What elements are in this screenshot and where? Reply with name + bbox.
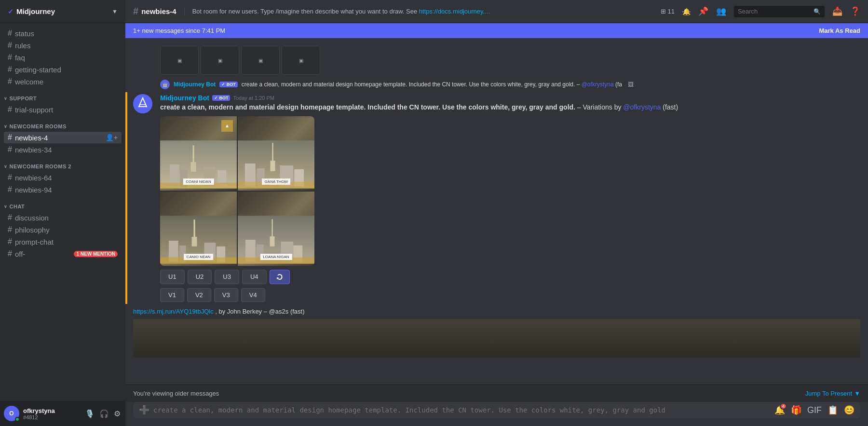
bot-mini-avatar: 🤖 <box>160 80 170 89</box>
username: ofkrystyna <box>23 407 80 414</box>
sidebar-item-newbies-4[interactable]: # newbies-4 👤+ <box>4 132 122 143</box>
search-bar[interactable]: 🔍 <box>734 6 825 17</box>
sidebar-item-rules[interactable]: # rules <box>4 40 122 51</box>
sidebar-item-discussion[interactable]: # discussion <box>4 212 122 223</box>
gif-icon[interactable]: GIF <box>807 405 822 415</box>
hash-icon: # <box>8 65 12 74</box>
settings-icon[interactable]: ⚙ <box>113 408 122 419</box>
channel-label: prompt-chat <box>15 238 54 246</box>
sidebar-item-prompt-chat[interactable]: # prompt-chat <box>4 236 122 247</box>
hash-icon: # <box>133 6 138 17</box>
notification-count: 4 <box>780 403 787 410</box>
section-newcomer-rooms-2[interactable]: NEWCOMER ROOMS 2 <box>0 156 125 171</box>
mention-ofkrystyna[interactable]: @ofkrystyna <box>623 103 661 111</box>
hash-icon: # <box>8 185 12 194</box>
inbox-icon[interactable]: 📥 <box>832 6 842 16</box>
image-thumb-v2: ▣ <box>201 46 239 75</box>
sidebar-item-welcome[interactable]: # welcome <box>4 76 122 87</box>
server-header[interactable]: ✓ Midjourney ▼ <box>0 0 125 23</box>
u1-button[interactable]: U1 <box>160 270 185 284</box>
add-user-icon: 👤+ <box>106 134 118 141</box>
variation-buttons-row: V1 V2 V3 V4 <box>160 288 860 302</box>
hash-icon: # <box>8 105 12 114</box>
hash-icon: # <box>8 41 12 50</box>
refresh-button[interactable] <box>270 270 290 284</box>
u4-button[interactable]: U4 <box>242 270 267 284</box>
pin-icon[interactable]: 📌 <box>698 6 708 16</box>
members-icon[interactable]: 👥 <box>716 6 726 16</box>
section-chat[interactable]: CHAT <box>0 196 125 211</box>
gift-icon[interactable]: 🎁 <box>791 405 801 415</box>
status-dot <box>15 417 20 422</box>
message-accent-border <box>125 92 127 304</box>
docs-link[interactable]: https://docs.midjourney.... <box>419 8 490 15</box>
sidebar: ✓ Midjourney ▼ # status # rules # faq # … <box>0 0 125 426</box>
v3-button[interactable]: V3 <box>214 288 238 302</box>
sidebar-item-trial-support[interactable]: # trial-support <box>4 104 122 115</box>
forwarded-author: Midjourney Bot <box>174 81 216 88</box>
sticker-icon[interactable]: 📋 <box>827 405 838 415</box>
search-icon: 🔍 <box>814 8 821 15</box>
hash-icon: # <box>8 29 12 38</box>
notification-bell-icon[interactable]: 🔔 <box>682 8 691 15</box>
sidebar-item-faq[interactable]: # faq <box>4 52 122 63</box>
channel-label: off- <box>15 250 25 258</box>
channel-label: status <box>15 29 34 38</box>
sidebar-item-newbies-34[interactable]: # newbies-34 <box>4 144 122 155</box>
forwarded-image-icon: 🖼 <box>628 81 634 88</box>
emoji-icon[interactable]: 😊 <box>844 405 854 415</box>
chat-area: ▣ ▣ ▣ ▣ 🤖 Midjourney Bot ✓ BOT create a … <box>125 38 868 385</box>
message-text: create a clean, modern and material desi… <box>160 103 860 112</box>
svg-rect-11 <box>271 161 275 171</box>
image-thumb-v1: ▣ <box>160 46 199 75</box>
hash-icon: # <box>8 53 12 62</box>
image-cell-1: ▲ COANI NIDAN <box>160 116 237 191</box>
image-link[interactable]: https://s.mj.run/AYQ19tbJQlc <box>133 308 214 315</box>
forwarded-message-header: 🤖 Midjourney Bot ✓ BOT create a clean, m… <box>125 79 868 92</box>
sidebar-item-philosophy[interactable]: # philosophy <box>4 224 122 235</box>
sidebar-item-status[interactable]: # status <box>4 27 122 39</box>
new-messages-text: 1+ new messages since 7:41 PM <box>133 27 225 34</box>
section-newcomer-rooms[interactable]: NEWCOMER ROOMS <box>0 116 125 131</box>
channel-label: getting-started <box>15 66 61 74</box>
v2-button[interactable]: V2 <box>187 288 211 302</box>
mention-as2s[interactable]: @as2s <box>269 308 289 315</box>
mute-icon[interactable]: 🎙️ <box>84 408 95 419</box>
svg-rect-27 <box>270 236 275 247</box>
add-attachment-icon[interactable]: ➕ <box>139 405 149 415</box>
chevron-down-icon: ▼ <box>854 390 860 397</box>
hash-icon: # <box>8 173 12 182</box>
sidebar-item-newbies-94[interactable]: # newbies-94 <box>4 184 122 195</box>
member-count: ⊞ 11 <box>661 8 675 15</box>
svg-rect-3 <box>191 162 196 172</box>
jump-to-present-button[interactable]: Jump To Present ▼ <box>805 390 860 397</box>
section-support[interactable]: SUPPORT <box>0 88 125 103</box>
message-input[interactable] <box>153 406 771 414</box>
help-icon[interactable]: ❓ <box>850 6 860 16</box>
channel-label: newbies-64 <box>15 174 52 182</box>
image-cell-2: GANA THOM <box>238 116 314 191</box>
channel-label: newbies-34 <box>15 146 52 154</box>
message-timestamp: Today at 1:20 PM <box>233 95 274 101</box>
v4-button[interactable]: V4 <box>241 288 265 302</box>
message-item: Midjourney Bot ✓ BOT Today at 1:20 PM cr… <box>125 92 868 304</box>
channel-label: discussion <box>15 214 49 222</box>
u2-button[interactable]: U2 <box>188 270 212 284</box>
search-input[interactable] <box>738 8 814 15</box>
mark-as-read-button[interactable]: Mark As Read <box>819 27 861 34</box>
channel-label: rules <box>15 41 31 50</box>
v1-button[interactable]: V1 <box>160 288 184 302</box>
generated-image-grid[interactable]: ▲ COANI NIDAN <box>160 116 314 266</box>
channel-label: trial-support <box>15 106 53 114</box>
bot-badge: ✓ BOT <box>212 95 231 101</box>
message-input-wrapper: ➕ 🔔 4 🎁 GIF 📋 😊 <box>133 402 860 418</box>
sidebar-item-newbies-64[interactable]: # newbies-64 <box>4 172 122 183</box>
u3-button[interactable]: U3 <box>215 270 239 284</box>
sidebar-item-off-topic[interactable]: # off- 1 NEW MENTION <box>4 248 122 260</box>
notification-bell[interactable]: 🔔 4 <box>774 405 785 415</box>
main-content: # newbies-4 Bot room for new users. Type… <box>125 0 868 426</box>
sidebar-item-getting-started[interactable]: # getting-started <box>4 64 122 75</box>
user-section: O ofkrystyna #4812 🎙️ 🎧 ⚙ <box>0 401 125 426</box>
deafen-icon[interactable]: 🎧 <box>98 408 110 419</box>
channel-label: newbies-4 <box>15 134 48 142</box>
